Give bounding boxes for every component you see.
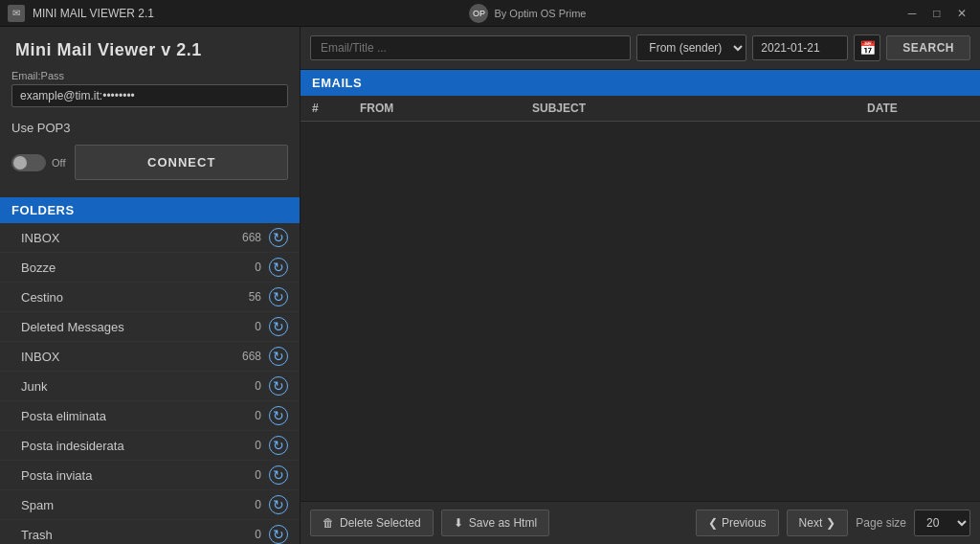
close-button[interactable]: ✕ [951, 5, 972, 22]
emails-panel-header: EMAILS [301, 70, 980, 96]
search-input[interactable] [310, 35, 631, 60]
folder-name: INBOX [21, 231, 242, 245]
refresh-icon[interactable]: ↻ [269, 525, 288, 544]
folder-count: 0 [242, 439, 261, 452]
folder-item[interactable]: Junk 0 ↻ [0, 372, 300, 401]
download-icon: ⬇ [454, 516, 463, 530]
connect-button[interactable]: CONNECT [75, 145, 288, 180]
trash-icon: 🗑 [323, 516, 334, 530]
save-html-button[interactable]: ⬇ Save as Html [441, 510, 549, 536]
pop3-label: Use POP3 [11, 121, 70, 135]
filter-select[interactable]: From (sender)To (recipient)SubjectAll [636, 34, 746, 61]
col-date: DATE [856, 102, 980, 115]
brand-section: OP By Optim OS Prime [469, 4, 586, 23]
prev-chevron-icon: ❮ [708, 516, 718, 530]
search-bar: From (sender)To (recipient)SubjectAll 📅 … [301, 27, 980, 70]
folder-count: 0 [242, 409, 261, 422]
folder-count: 0 [242, 498, 261, 511]
col-from: FROM [348, 102, 521, 115]
folder-count: 0 [242, 379, 261, 393]
window-controls: ─ □ ✕ [902, 5, 972, 22]
toggle-track[interactable] [11, 154, 46, 171]
folder-item[interactable]: Posta eliminata 0 ↻ [0, 401, 300, 431]
folder-name: Deleted Messages [21, 320, 242, 334]
folder-item[interactable]: Posta indesiderata 0 ↻ [0, 431, 300, 461]
refresh-icon[interactable]: ↻ [269, 406, 288, 425]
app-title: MINI MAIL VIEWER 2.1 [33, 7, 154, 20]
prev-label: Previous [722, 516, 767, 530]
date-input[interactable] [752, 35, 848, 60]
folder-count: 0 [242, 528, 261, 541]
pop3-row: Use POP3 [0, 115, 300, 141]
page-size-select[interactable]: 102050100 [914, 510, 970, 536]
folder-count: 56 [242, 290, 261, 304]
folder-item[interactable]: Spam 0 ↻ [0, 490, 300, 520]
folder-name: Bozze [21, 261, 242, 275]
title-bar-left: ✉ MINI MAIL VIEWER 2.1 [8, 5, 154, 22]
connect-row: Off CONNECT [0, 141, 300, 197]
folder-item[interactable]: Deleted Messages 0 ↻ [0, 312, 300, 342]
folder-name: Spam [21, 498, 242, 512]
folder-count: 0 [242, 468, 261, 482]
maximize-button[interactable]: □ [926, 5, 947, 22]
refresh-icon[interactable]: ↻ [269, 287, 288, 306]
next-label: Next [799, 516, 823, 530]
page-size-label: Page size [856, 516, 906, 530]
prev-button[interactable]: ❮ Previous [696, 510, 779, 536]
folder-item[interactable]: Trash 0 ↻ [0, 520, 300, 544]
folder-count: 668 [242, 350, 261, 363]
folder-name: INBOX [21, 350, 242, 364]
email-pass-label: Email:Pass [11, 70, 288, 81]
folder-item[interactable]: INBOX 668 ↻ [0, 223, 300, 253]
folder-name: Trash [21, 528, 242, 542]
refresh-icon[interactable]: ↻ [269, 436, 288, 455]
refresh-icon[interactable]: ↻ [269, 495, 288, 514]
refresh-icon[interactable]: ↻ [269, 376, 288, 396]
folder-name: Posta inviata [21, 468, 242, 483]
refresh-icon[interactable]: ↻ [269, 465, 288, 485]
toggle-label: Off [52, 157, 65, 169]
folder-count: 0 [242, 320, 261, 333]
bottom-bar: 🗑 Delete Selected ⬇ Save as Html ❮ Previ… [301, 501, 980, 544]
next-chevron-icon: ❯ [826, 516, 835, 530]
folder-count: 668 [242, 231, 261, 244]
email-list [301, 122, 980, 501]
folder-name: Posta indesiderata [21, 439, 242, 453]
calendar-button[interactable]: 📅 [854, 34, 880, 61]
email-pass-input[interactable] [11, 84, 288, 107]
col-num: # [301, 102, 348, 115]
folder-name: Junk [21, 379, 242, 394]
search-button[interactable]: SEARCH [886, 35, 970, 60]
folders-header: FOLDERS [0, 197, 300, 223]
right-panel: From (sender)To (recipient)SubjectAll 📅 … [301, 27, 980, 544]
brand-avatar: OP [469, 4, 488, 23]
next-button[interactable]: Next ❯ [787, 510, 849, 536]
minimize-button[interactable]: ─ [902, 5, 923, 22]
pop3-toggle[interactable]: Off [11, 154, 65, 171]
col-subject: SUBJECT [521, 102, 856, 115]
title-bar: ✉ MINI MAIL VIEWER 2.1 OP By Optim OS Pr… [0, 0, 980, 27]
folder-count: 0 [242, 261, 261, 274]
sidebar: Mini Mail Viewer v 2.1 Email:Pass Use PO… [0, 27, 301, 544]
sidebar-title: Mini Mail Viewer v 2.1 [0, 27, 300, 70]
refresh-icon[interactable]: ↻ [269, 258, 288, 277]
delete-button[interactable]: 🗑 Delete Selected [310, 510, 434, 536]
toggle-thumb [13, 156, 27, 170]
brand-label: By Optim OS Prime [494, 8, 586, 19]
folder-item[interactable]: Bozze 0 ↻ [0, 253, 300, 283]
save-label: Save as Html [469, 516, 537, 530]
delete-label: Delete Selected [340, 516, 421, 530]
email-table-header: # FROM SUBJECT DATE [301, 96, 980, 122]
folder-item[interactable]: INBOX 668 ↻ [0, 342, 300, 372]
folders-list: INBOX 668 ↻ Bozze 0 ↻ Cestino 56 ↻ Delet… [0, 223, 300, 544]
refresh-icon[interactable]: ↻ [269, 228, 288, 247]
refresh-icon[interactable]: ↻ [269, 347, 288, 366]
folder-item[interactable]: Cestino 56 ↻ [0, 283, 300, 312]
folder-name: Cestino [21, 290, 242, 305]
folder-item[interactable]: Posta inviata 0 ↻ [0, 461, 300, 490]
refresh-icon[interactable]: ↻ [269, 317, 288, 336]
app-icon: ✉ [8, 5, 25, 22]
main-layout: Mini Mail Viewer v 2.1 Email:Pass Use PO… [0, 27, 980, 544]
folder-name: Posta eliminata [21, 409, 242, 423]
email-pass-section: Email:Pass [0, 70, 300, 115]
